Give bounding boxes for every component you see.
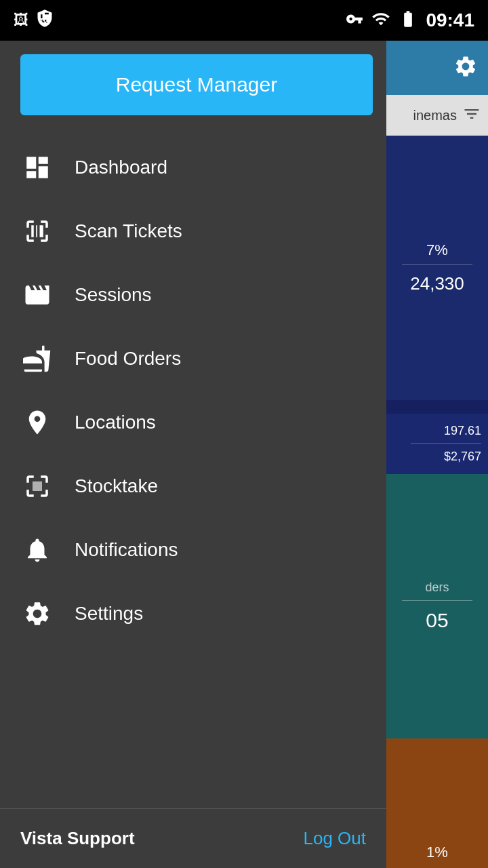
photo-icon: 🖼 (14, 12, 28, 29)
status-left-icons: 🖼 (14, 9, 54, 32)
svg-rect-0 (31, 225, 34, 237)
sidebar-item-sessions[interactable]: Sessions (0, 263, 386, 327)
gear-icon[interactable] (453, 54, 478, 81)
card-orders-label: ders (425, 580, 449, 595)
settings-label: Settings (75, 603, 143, 625)
drawer-footer: Vista Support Log Out (0, 808, 386, 868)
request-manager-button[interactable]: Request Manager (20, 54, 373, 115)
card-sessions-percent: 7% (426, 241, 448, 259)
sessions-icon (20, 278, 54, 312)
svg-rect-2 (40, 225, 43, 237)
wifi-icon (371, 9, 390, 31)
status-bar: 🖼 09:41 (0, 0, 488, 41)
food-orders-icon (20, 342, 54, 376)
location-icon (20, 406, 54, 439)
status-time: 09:41 (426, 9, 474, 31)
food-orders-label: Food Orders (75, 348, 181, 370)
card-revenue[interactable]: 197.61 $2,767 (386, 414, 488, 474)
log-out-button[interactable]: Log Out (303, 828, 366, 849)
drawer-header: Request Manager (0, 41, 386, 129)
key-icon (346, 10, 363, 31)
svg-rect-1 (36, 225, 37, 237)
card-orders-value: 05 (426, 609, 448, 632)
dashboard-icon (20, 151, 54, 184)
scan-tickets-icon (20, 214, 54, 248)
shield-icon (35, 9, 54, 32)
sidebar-item-dashboard[interactable]: Dashboard (0, 136, 386, 199)
sidebar-item-settings[interactable]: Settings (0, 582, 386, 646)
card-revenue-value1: 197.61 (444, 424, 481, 438)
card-orders[interactable]: ders 05 (386, 474, 488, 738)
card-percent-value: 1% (426, 844, 448, 861)
sidebar-item-scan-tickets[interactable]: Scan Tickets (0, 199, 386, 263)
battery-icon (399, 9, 418, 31)
status-right-icons: 09:41 (346, 9, 474, 31)
right-panel: inemas 7% 24,330 197.61 $2,767 ders 05 (386, 41, 488, 868)
cinemas-label: inemas (413, 108, 457, 123)
drawer: Request Manager Dashboard (0, 41, 386, 868)
card-divider1 (386, 400, 488, 414)
stocktake-icon (20, 469, 54, 503)
card-sessions-value: 24,330 (410, 273, 464, 294)
notifications-label: Notifications (75, 539, 178, 561)
stocktake-label: Stocktake (75, 475, 158, 497)
card-sessions[interactable]: 7% 24,330 (386, 136, 488, 400)
sidebar-item-locations[interactable]: Locations (0, 391, 386, 454)
card-percent[interactable]: 1% (386, 738, 488, 868)
vista-support-label: Vista Support (20, 828, 135, 849)
sessions-label: Sessions (75, 284, 152, 306)
settings-icon (20, 597, 54, 631)
sidebar-item-notifications[interactable]: Notifications (0, 518, 386, 582)
filter-bar: inemas (386, 95, 488, 136)
sidebar-item-stocktake[interactable]: Stocktake (0, 454, 386, 518)
card-revenue-value2: $2,767 (444, 450, 481, 464)
main-container: Request Manager Dashboard (0, 41, 488, 868)
right-panel-header (386, 41, 488, 95)
filter-icon[interactable] (462, 104, 481, 126)
nav-items: Dashboard Scan Tickets (0, 129, 386, 808)
bell-icon (20, 533, 54, 567)
sidebar-item-food-orders[interactable]: Food Orders (0, 327, 386, 391)
dashboard-label: Dashboard (75, 157, 167, 178)
scan-tickets-label: Scan Tickets (75, 220, 182, 242)
locations-label: Locations (75, 412, 156, 433)
